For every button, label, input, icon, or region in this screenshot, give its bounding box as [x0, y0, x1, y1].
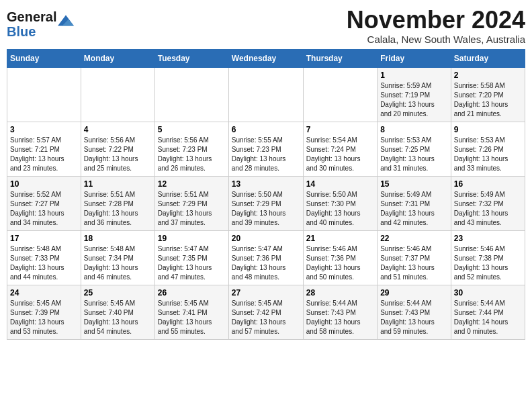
day-number: 20	[232, 234, 300, 243]
day-number: 30	[454, 288, 522, 298]
day-info: Sunrise: 5:44 AM Sunset: 7:43 PM Dayligh…	[380, 299, 448, 336]
title-area: November 2024 Calala, New South Wales, A…	[347, 7, 525, 45]
day-cell	[228, 67, 303, 122]
header-cell-wednesday: Wednesday	[228, 49, 303, 67]
day-number: 21	[306, 234, 374, 243]
header-cell-monday: Monday	[81, 49, 154, 67]
day-info: Sunrise: 5:46 AM Sunset: 7:36 PM Dayligh…	[306, 244, 374, 282]
header-cell-saturday: Saturday	[451, 49, 525, 67]
day-cell: 5Sunrise: 5:56 AM Sunset: 7:23 PM Daylig…	[154, 122, 228, 176]
day-number: 12	[158, 179, 226, 189]
day-cell: 14Sunrise: 5:50 AM Sunset: 7:30 PM Dayli…	[303, 176, 377, 230]
day-number: 19	[158, 234, 226, 243]
month-title: November 2024	[347, 7, 525, 34]
day-number: 16	[454, 179, 522, 189]
day-number: 26	[158, 288, 226, 298]
day-number: 14	[306, 179, 374, 189]
day-number: 1	[380, 71, 448, 80]
day-cell: 10Sunrise: 5:52 AM Sunset: 7:27 PM Dayli…	[7, 176, 81, 230]
day-cell: 19Sunrise: 5:47 AM Sunset: 7:35 PM Dayli…	[154, 230, 228, 285]
day-number: 11	[84, 179, 152, 189]
day-number: 10	[10, 179, 78, 189]
day-info: Sunrise: 5:51 AM Sunset: 7:29 PM Dayligh…	[158, 190, 226, 228]
day-cell: 24Sunrise: 5:45 AM Sunset: 7:39 PM Dayli…	[7, 285, 81, 339]
day-number: 2	[454, 71, 522, 80]
calendar-header-row: SundayMondayTuesdayWednesdayThursdayFrid…	[7, 49, 525, 67]
day-cell: 11Sunrise: 5:51 AM Sunset: 7:28 PM Dayli…	[81, 176, 154, 230]
logo-icon	[58, 15, 74, 28]
day-cell: 25Sunrise: 5:45 AM Sunset: 7:40 PM Dayli…	[81, 285, 154, 339]
day-info: Sunrise: 5:49 AM Sunset: 7:32 PM Dayligh…	[454, 190, 522, 228]
day-cell: 7Sunrise: 5:54 AM Sunset: 7:24 PM Daylig…	[303, 122, 377, 176]
week-row-5: 24Sunrise: 5:45 AM Sunset: 7:39 PM Dayli…	[7, 285, 525, 339]
week-row-1: 1Sunrise: 5:59 AM Sunset: 7:19 PM Daylig…	[7, 67, 525, 122]
day-number: 18	[84, 234, 152, 243]
day-cell: 1Sunrise: 5:59 AM Sunset: 7:19 PM Daylig…	[378, 67, 451, 122]
day-number: 8	[380, 125, 448, 134]
day-number: 25	[84, 288, 152, 298]
day-cell: 28Sunrise: 5:44 AM Sunset: 7:43 PM Dayli…	[303, 285, 377, 339]
day-cell: 16Sunrise: 5:49 AM Sunset: 7:32 PM Dayli…	[451, 176, 525, 230]
day-info: Sunrise: 5:55 AM Sunset: 7:23 PM Dayligh…	[232, 136, 300, 173]
day-cell: 29Sunrise: 5:44 AM Sunset: 7:43 PM Dayli…	[378, 285, 451, 339]
week-row-3: 10Sunrise: 5:52 AM Sunset: 7:27 PM Dayli…	[7, 176, 525, 230]
day-number: 9	[454, 125, 522, 134]
day-cell: 3Sunrise: 5:57 AM Sunset: 7:21 PM Daylig…	[7, 122, 81, 176]
day-number: 7	[306, 125, 374, 134]
day-info: Sunrise: 5:45 AM Sunset: 7:40 PM Dayligh…	[84, 299, 152, 336]
day-number: 27	[232, 288, 300, 298]
logo: GeneralBlue	[7, 9, 74, 39]
header-cell-sunday: Sunday	[7, 49, 81, 67]
day-number: 29	[380, 288, 448, 298]
calendar-table: SundayMondayTuesdayWednesdayThursdayFrid…	[7, 49, 525, 340]
day-info: Sunrise: 5:57 AM Sunset: 7:21 PM Dayligh…	[10, 136, 78, 173]
day-cell: 21Sunrise: 5:46 AM Sunset: 7:36 PM Dayli…	[303, 230, 377, 285]
day-cell: 13Sunrise: 5:50 AM Sunset: 7:29 PM Dayli…	[228, 176, 303, 230]
day-info: Sunrise: 5:53 AM Sunset: 7:26 PM Dayligh…	[454, 136, 522, 173]
day-cell: 12Sunrise: 5:51 AM Sunset: 7:29 PM Dayli…	[154, 176, 228, 230]
day-number: 24	[10, 288, 78, 298]
day-cell	[303, 67, 377, 122]
day-info: Sunrise: 5:50 AM Sunset: 7:30 PM Dayligh…	[306, 190, 374, 228]
day-info: Sunrise: 5:48 AM Sunset: 7:34 PM Dayligh…	[84, 244, 152, 282]
day-cell: 26Sunrise: 5:45 AM Sunset: 7:41 PM Dayli…	[154, 285, 228, 339]
subtitle: Calala, New South Wales, Australia	[347, 34, 525, 45]
day-info: Sunrise: 5:44 AM Sunset: 7:43 PM Dayligh…	[306, 299, 374, 336]
day-cell: 23Sunrise: 5:46 AM Sunset: 7:38 PM Dayli…	[451, 230, 525, 285]
header-cell-tuesday: Tuesday	[154, 49, 228, 67]
day-cell: 4Sunrise: 5:56 AM Sunset: 7:22 PM Daylig…	[81, 122, 154, 176]
day-info: Sunrise: 5:51 AM Sunset: 7:28 PM Dayligh…	[84, 190, 152, 228]
day-cell	[154, 67, 228, 122]
day-number: 22	[380, 234, 448, 243]
week-row-2: 3Sunrise: 5:57 AM Sunset: 7:21 PM Daylig…	[7, 122, 525, 176]
day-info: Sunrise: 5:59 AM Sunset: 7:19 PM Dayligh…	[380, 81, 448, 119]
day-cell: 15Sunrise: 5:49 AM Sunset: 7:31 PM Dayli…	[378, 176, 451, 230]
day-cell: 8Sunrise: 5:53 AM Sunset: 7:25 PM Daylig…	[378, 122, 451, 176]
day-info: Sunrise: 5:50 AM Sunset: 7:29 PM Dayligh…	[232, 190, 300, 228]
day-info: Sunrise: 5:56 AM Sunset: 7:23 PM Dayligh…	[158, 136, 226, 173]
day-info: Sunrise: 5:45 AM Sunset: 7:41 PM Dayligh…	[158, 299, 226, 336]
day-info: Sunrise: 5:45 AM Sunset: 7:39 PM Dayligh…	[10, 299, 78, 336]
day-number: 15	[380, 179, 448, 189]
day-info: Sunrise: 5:48 AM Sunset: 7:33 PM Dayligh…	[10, 244, 78, 282]
day-info: Sunrise: 5:56 AM Sunset: 7:22 PM Dayligh…	[84, 136, 152, 173]
header: GeneralBlue November 2024 Calala, New So…	[7, 7, 525, 45]
day-cell: 22Sunrise: 5:46 AM Sunset: 7:37 PM Dayli…	[378, 230, 451, 285]
week-row-4: 17Sunrise: 5:48 AM Sunset: 7:33 PM Dayli…	[7, 230, 525, 285]
day-number: 23	[454, 234, 522, 243]
day-number: 4	[84, 125, 152, 134]
day-cell: 18Sunrise: 5:48 AM Sunset: 7:34 PM Dayli…	[81, 230, 154, 285]
day-cell: 2Sunrise: 5:58 AM Sunset: 7:20 PM Daylig…	[451, 67, 525, 122]
day-info: Sunrise: 5:53 AM Sunset: 7:25 PM Dayligh…	[380, 136, 448, 173]
day-cell: 17Sunrise: 5:48 AM Sunset: 7:33 PM Dayli…	[7, 230, 81, 285]
day-info: Sunrise: 5:47 AM Sunset: 7:36 PM Dayligh…	[232, 244, 300, 282]
day-info: Sunrise: 5:47 AM Sunset: 7:35 PM Dayligh…	[158, 244, 226, 282]
day-cell: 30Sunrise: 5:44 AM Sunset: 7:44 PM Dayli…	[451, 285, 525, 339]
day-info: Sunrise: 5:45 AM Sunset: 7:42 PM Dayligh…	[232, 299, 300, 336]
day-cell	[81, 67, 154, 122]
day-number: 5	[158, 125, 226, 134]
day-cell: 27Sunrise: 5:45 AM Sunset: 7:42 PM Dayli…	[228, 285, 303, 339]
day-info: Sunrise: 5:52 AM Sunset: 7:27 PM Dayligh…	[10, 190, 78, 228]
day-number: 13	[232, 179, 300, 189]
day-info: Sunrise: 5:58 AM Sunset: 7:20 PM Dayligh…	[454, 81, 522, 119]
